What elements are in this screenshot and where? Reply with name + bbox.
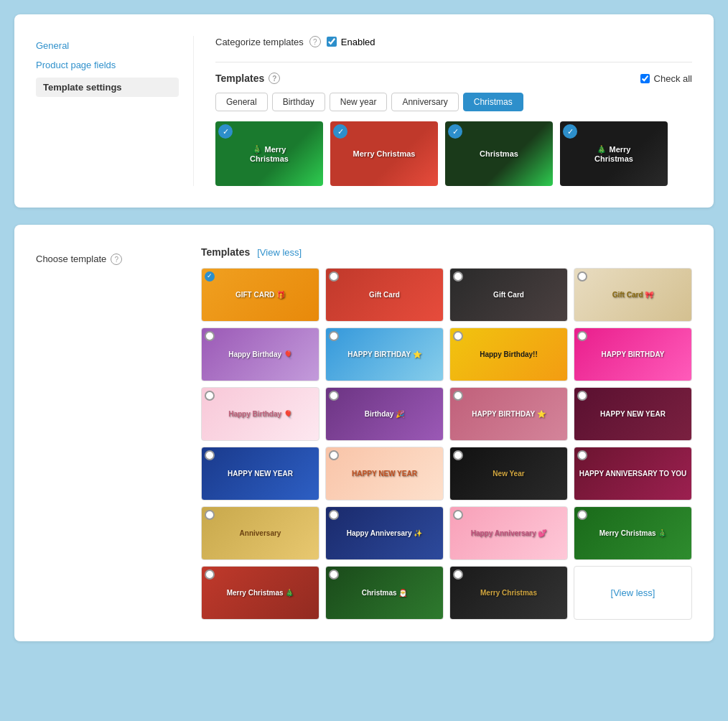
tab-christmas[interactable]: Christmas bbox=[463, 93, 523, 111]
sel-dot-22 bbox=[329, 569, 339, 580]
bt-label-2: Gift Card bbox=[326, 269, 443, 321]
template-item-gc-cream[interactable]: Gift Card 🎀 bbox=[574, 268, 692, 322]
bt-label-7: Happy Birthday!! bbox=[450, 328, 567, 381]
check-all-checkbox[interactable] bbox=[640, 74, 650, 83]
bt-label-8: HAPPY BIRTHDAY bbox=[574, 328, 691, 381]
template-item-ny-black[interactable]: New Year bbox=[449, 447, 568, 501]
template-item-ann-gold[interactable]: Anniversary bbox=[201, 506, 319, 560]
enabled-checkbox[interactable] bbox=[327, 37, 337, 47]
sel-dot-7 bbox=[453, 331, 463, 341]
bt-label-17: Anniversary bbox=[202, 507, 319, 559]
bt-label-19: Happy Anniversary 💕 bbox=[450, 507, 567, 559]
bt-label-3: Gift Card bbox=[450, 269, 567, 321]
check-badge-4: ✓ bbox=[563, 124, 577, 139]
sel-dot-19 bbox=[453, 510, 463, 520]
tab-anniversary[interactable]: Anniversary bbox=[391, 93, 458, 111]
xmas-thumb-1[interactable]: ✓ 🎄 MerryChristmas bbox=[215, 121, 323, 186]
sel-dot-23 bbox=[453, 569, 463, 580]
tab-general[interactable]: General bbox=[215, 93, 268, 111]
sel-dot-2 bbox=[329, 271, 339, 282]
template-item-gc-dark[interactable]: Gift Card bbox=[449, 268, 568, 322]
filter-tabs: General Birthday New year Anniversary Ch… bbox=[215, 93, 692, 111]
sidebar-item-general[interactable]: General bbox=[36, 36, 179, 55]
sel-dot-5 bbox=[205, 331, 215, 341]
view-less-bottom-link[interactable]: [View less] bbox=[611, 587, 655, 598]
bt-label-14: HAPPY NEW YEAR bbox=[326, 447, 443, 500]
bottom-templates-title: Templates bbox=[201, 246, 250, 258]
bt-label-18: Happy Anniversary ✨ bbox=[326, 507, 443, 559]
template-item-bday-maroon[interactable]: HAPPY NEW YEAR bbox=[574, 387, 692, 441]
xmas-thumb-4[interactable]: ✓ 🎄 MerryChristmas bbox=[560, 121, 668, 186]
view-less-cell[interactable]: [View less] bbox=[574, 566, 692, 620]
categorize-help-icon[interactable]: ? bbox=[309, 36, 321, 47]
sel-dot-6 bbox=[329, 331, 339, 341]
sidebar-item-product-page-fields[interactable]: Product page fields bbox=[36, 55, 179, 75]
sel-dot-21 bbox=[205, 569, 215, 580]
choose-template-label: Choose template ? bbox=[36, 246, 194, 620]
sidebar: General Product page fields Template set… bbox=[36, 36, 194, 186]
tab-new-year[interactable]: New year bbox=[330, 93, 388, 111]
top-settings-card: General Product page fields Template set… bbox=[14, 14, 714, 208]
enabled-checkbox-label[interactable]: Enabled bbox=[327, 37, 375, 47]
template-grid: GIFT CARD 🎁 Gift Card Gift Card Gift Car… bbox=[201, 268, 692, 620]
enabled-label: Enabled bbox=[341, 37, 375, 47]
template-item-gc-red[interactable]: Gift Card bbox=[325, 268, 444, 322]
xmas-thumb-3[interactable]: ✓ Christmas bbox=[445, 121, 553, 186]
christmas-template-grid: ✓ 🎄 MerryChristmas ✓ Merry Christmas ✓ C… bbox=[215, 121, 692, 186]
sel-dot-1 bbox=[205, 271, 215, 282]
template-item-xmas-darkgreen[interactable]: Christmas 🎅 bbox=[325, 566, 444, 620]
check-badge-1: ✓ bbox=[218, 124, 233, 139]
sel-dot-20 bbox=[577, 510, 587, 520]
sel-dot-17 bbox=[205, 510, 215, 520]
bt-label-5: Happy Birthday 🎈 bbox=[202, 328, 319, 381]
choose-help-icon[interactable]: ? bbox=[111, 253, 122, 265]
sel-dot-12 bbox=[577, 391, 587, 401]
template-item-ann-navy[interactable]: Happy Anniversary ✨ bbox=[325, 506, 444, 560]
categorize-row: Categorize templates ? Enabled bbox=[215, 36, 692, 47]
divider bbox=[215, 62, 692, 62]
bt-label-4: Gift Card 🎀 bbox=[574, 269, 691, 321]
sel-dot-4 bbox=[577, 271, 587, 282]
bt-label-12: HAPPY NEW YEAR bbox=[574, 388, 691, 440]
template-item-bday-violet[interactable]: Birthday 🎉 bbox=[325, 387, 444, 441]
template-item-bday-purple[interactable]: Happy Birthday 🎈 bbox=[201, 327, 319, 381]
check-badge-3: ✓ bbox=[448, 124, 462, 139]
template-item-ann-dark[interactable]: HAPPY ANNIVERSARY TO YOU bbox=[574, 447, 692, 501]
templates-header: Templates ? Check all bbox=[215, 73, 692, 84]
sel-dot-3 bbox=[453, 271, 463, 282]
bottom-template-card: Choose template ? Templates [View less] … bbox=[14, 225, 714, 641]
template-item-gc-orange[interactable]: GIFT CARD 🎁 bbox=[201, 268, 319, 322]
template-item-bday-blue[interactable]: HAPPY BIRTHDAY ⭐ bbox=[325, 327, 444, 381]
sel-dot-13 bbox=[205, 450, 215, 460]
bt-label-1: GIFT CARD 🎁 bbox=[202, 269, 319, 321]
bt-label-23: Merry Christmas bbox=[450, 567, 567, 619]
bt-label-21: Merry Christmas 🎄 bbox=[202, 567, 319, 619]
bt-label-20: Merry Christmas 🎄 bbox=[574, 507, 691, 559]
template-item-ny-peach[interactable]: HAPPY NEW YEAR bbox=[325, 447, 444, 501]
top-main-content: Categorize templates ? Enabled Templates… bbox=[194, 36, 692, 186]
template-item-bday-light[interactable]: Happy Birthday 🎈 bbox=[201, 387, 319, 441]
sel-dot-14 bbox=[329, 450, 339, 460]
template-item-ann-pink[interactable]: Happy Anniversary 💕 bbox=[449, 506, 568, 560]
tab-birthday[interactable]: Birthday bbox=[272, 93, 325, 111]
xmas-thumb-2[interactable]: ✓ Merry Christmas bbox=[330, 121, 438, 186]
template-item-ny-blue[interactable]: HAPPY NEW YEAR bbox=[201, 447, 319, 501]
sel-dot-18 bbox=[329, 510, 339, 520]
template-item-xmas-green2[interactable]: Merry Christmas 🎄 bbox=[574, 506, 692, 560]
view-less-top-link[interactable]: [View less] bbox=[257, 247, 302, 258]
bt-label-9: Happy Birthday 🎈 bbox=[202, 388, 319, 440]
categorize-label: Categorize templates bbox=[215, 37, 304, 47]
templates-help-icon[interactable]: ? bbox=[269, 73, 280, 84]
bottom-main: Templates [View less] GIFT CARD 🎁 Gift C… bbox=[194, 246, 692, 620]
choose-label-text: Choose template bbox=[36, 253, 106, 264]
sidebar-item-template-settings[interactable]: Template settings bbox=[36, 78, 179, 97]
bt-label-22: Christmas 🎅 bbox=[326, 567, 443, 619]
template-item-xmas-red[interactable]: Merry Christmas 🎄 bbox=[201, 566, 319, 620]
template-item-bday-mauve[interactable]: HAPPY BIRTHDAY ⭐ bbox=[449, 387, 568, 441]
bottom-header: Templates [View less] bbox=[201, 246, 692, 258]
sel-dot-10 bbox=[329, 391, 339, 401]
template-item-bday-pink[interactable]: HAPPY BIRTHDAY bbox=[574, 327, 692, 381]
bt-label-11: HAPPY BIRTHDAY ⭐ bbox=[450, 388, 567, 440]
template-item-bday-yellow[interactable]: Happy Birthday!! bbox=[449, 327, 568, 381]
template-item-xmas-dark[interactable]: Merry Christmas bbox=[449, 566, 568, 620]
